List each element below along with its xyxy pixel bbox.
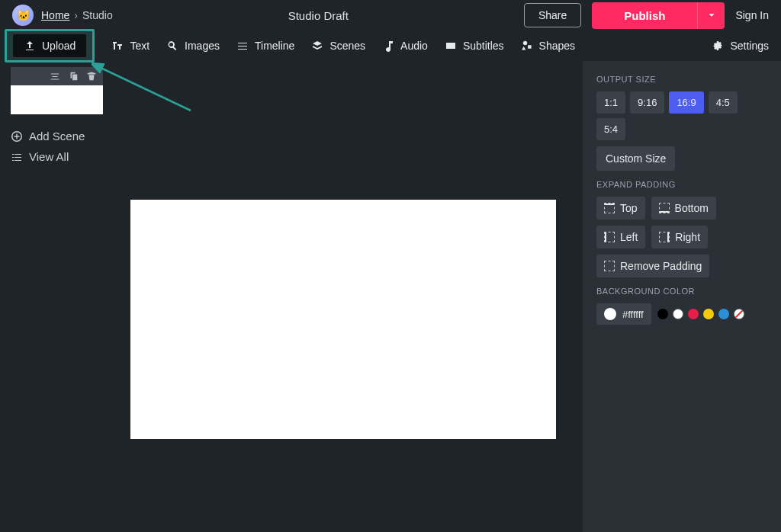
breadcrumb-current: Studio <box>82 9 113 21</box>
swatch-black[interactable] <box>657 309 668 319</box>
pad-left-button[interactable]: Left <box>596 226 645 248</box>
subtitles-label: Subtitles <box>463 40 504 52</box>
pad-remove-icon <box>604 261 615 271</box>
ratio-row: 1:1 9:16 16:9 4:5 5:4 <box>596 91 767 140</box>
breadcrumb: Home › Studio <box>41 9 113 21</box>
pad-top-label: Top <box>620 202 638 214</box>
swatch-blue[interactable] <box>718 309 729 319</box>
images-label: Images <box>185 40 220 52</box>
expand-padding-title: EXPAND PADDING <box>596 180 767 189</box>
remove-padding-button[interactable]: Remove Padding <box>596 255 709 277</box>
scenes-label: Scenes <box>329 40 365 52</box>
align-icon[interactable] <box>50 71 60 82</box>
pad-right-icon <box>659 232 670 242</box>
publish-group: Publish <box>592 2 725 29</box>
canvas-area <box>103 61 583 532</box>
scenes-button[interactable]: Scenes <box>311 40 365 52</box>
scene-toolbar <box>11 67 103 85</box>
share-button[interactable]: Share <box>524 3 581 27</box>
ratio-1-1[interactable]: 1:1 <box>596 91 625 114</box>
plus-circle-icon <box>11 130 23 143</box>
pad-bottom-button[interactable]: Bottom <box>651 197 716 220</box>
bg-row: #ffffff <box>596 303 767 325</box>
gear-icon <box>712 40 724 52</box>
breadcrumb-home[interactable]: Home <box>41 9 69 21</box>
text-icon <box>111 40 124 52</box>
header-actions: Share Publish Sign In <box>524 2 769 29</box>
pad-bottom-label: Bottom <box>675 202 709 214</box>
pad-top-icon <box>604 203 615 213</box>
pad-right-label: Right <box>675 231 700 243</box>
properties-panel: OUTPUT SIZE 1:1 9:16 16:9 4:5 5:4 Custom… <box>583 61 781 532</box>
avatar[interactable]: 🐱 <box>12 5 34 26</box>
publish-dropdown[interactable] <box>697 2 725 29</box>
pad-row-3: Remove Padding <box>596 255 767 277</box>
bg-color-value: #ffffff <box>622 309 644 320</box>
pad-right-button[interactable]: Right <box>651 226 708 248</box>
canvas[interactable] <box>130 200 556 439</box>
scene-panel: Add Scene View All <box>0 61 103 532</box>
swatch-yellow[interactable] <box>703 309 714 319</box>
upload-icon <box>24 40 36 52</box>
swatch-none[interactable] <box>734 309 744 319</box>
text-button[interactable]: Text <box>111 40 149 52</box>
list-icon <box>11 151 23 163</box>
images-button[interactable]: Images <box>166 40 220 52</box>
bg-current-swatch <box>604 308 616 320</box>
add-scene-label: Add Scene <box>29 130 85 143</box>
chevron-right-icon: › <box>74 9 78 21</box>
pad-left-icon <box>604 232 615 242</box>
bg-color-title: BACKGROUND COLOR <box>596 287 767 296</box>
view-all-label: View All <box>29 150 69 163</box>
custom-size-button[interactable]: Custom Size <box>596 146 675 171</box>
ratio-9-16[interactable]: 9:16 <box>630 91 664 114</box>
ratio-16-9[interactable]: 16:9 <box>669 91 703 114</box>
signin-link[interactable]: Sign In <box>735 9 769 21</box>
text-label: Text <box>130 40 149 52</box>
layers-icon <box>311 40 323 52</box>
ratio-5-4[interactable]: 5:4 <box>596 118 625 140</box>
music-icon <box>382 40 394 52</box>
swatch-white[interactable] <box>673 309 683 319</box>
subtitles-icon <box>445 40 457 52</box>
shapes-label: Shapes <box>539 40 575 52</box>
audio-label: Audio <box>400 40 428 52</box>
shapes-button[interactable]: Shapes <box>521 40 575 52</box>
upload-label: Upload <box>42 40 76 52</box>
toolbar: Upload Text Images Timeline Scenes Audio… <box>0 30 781 61</box>
bg-color-input[interactable]: #ffffff <box>596 303 651 325</box>
search-icon <box>166 40 178 52</box>
scene-actions: Add Scene View All <box>11 130 103 163</box>
trash-icon[interactable] <box>86 71 97 82</box>
upload-button[interactable]: Upload <box>13 34 86 57</box>
pad-bottom-icon <box>659 203 670 213</box>
view-all-button[interactable]: View All <box>11 150 103 163</box>
pad-row-1: Top Bottom <box>596 197 767 220</box>
publish-button[interactable]: Publish <box>592 2 697 29</box>
scene-thumbnail[interactable] <box>11 85 103 114</box>
page-title[interactable]: Studio Draft <box>113 9 524 22</box>
timeline-icon <box>236 40 249 52</box>
subtitles-button[interactable]: Subtitles <box>445 40 504 52</box>
settings-label: Settings <box>730 40 769 52</box>
pad-row-2: Left Right <box>596 226 767 248</box>
bg-swatch-list <box>657 309 744 319</box>
chevron-down-icon <box>706 10 717 21</box>
settings-button[interactable]: Settings <box>712 40 769 52</box>
main: Add Scene View All OUTPUT SIZE 1:1 9:16 … <box>0 61 781 532</box>
audio-button[interactable]: Audio <box>382 40 428 52</box>
pad-left-label: Left <box>620 231 638 243</box>
timeline-label: Timeline <box>255 40 294 52</box>
timeline-button[interactable]: Timeline <box>236 40 294 52</box>
copy-icon[interactable] <box>68 71 79 82</box>
swatch-red[interactable] <box>688 309 699 319</box>
header: 🐱 Home › Studio Studio Draft Share Publi… <box>0 0 781 30</box>
upload-highlight: Upload <box>5 29 95 62</box>
ratio-4-5[interactable]: 4:5 <box>709 91 738 114</box>
add-scene-button[interactable]: Add Scene <box>11 130 103 143</box>
output-size-title: OUTPUT SIZE <box>596 75 767 84</box>
shapes-icon <box>521 40 533 52</box>
pad-top-button[interactable]: Top <box>596 197 645 220</box>
remove-padding-label: Remove Padding <box>620 260 702 272</box>
